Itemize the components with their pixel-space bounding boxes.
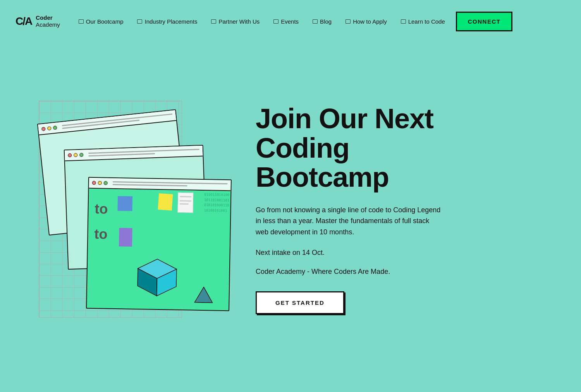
- hero-content: Join Our Next Coding Bootcamp Go from no…: [256, 104, 480, 314]
- hero-intake: Next intake on 14 Oct.: [256, 249, 480, 257]
- nav-item-our-bootcamp[interactable]: Our Bootcamp: [72, 15, 131, 28]
- nav-icon-events: [273, 19, 278, 24]
- nav-icon-learn: [401, 19, 406, 24]
- dot-green-1: [53, 126, 57, 130]
- hero-section: to to: [0, 43, 581, 383]
- logo-mark: C/A: [15, 16, 32, 27]
- dot-green-3: [104, 181, 108, 185]
- title-bar-lines-2: [88, 149, 199, 156]
- hero-title: Join Our Next Coding Bootcamp: [256, 104, 480, 192]
- title-bar-lines-3: [113, 181, 228, 187]
- dot-green-2: [79, 153, 83, 157]
- nav-icon-placements: [137, 19, 142, 24]
- binary-background-text: 0100110101001011010011010101010001101010…: [201, 191, 230, 309]
- dot-yellow-2: [74, 153, 77, 157]
- hero-tagline: Coder Academy - Where Coders Are Made.: [256, 268, 480, 276]
- shape-blue-rect: [117, 196, 132, 211]
- card3-content: to to: [87, 189, 230, 309]
- shape-purple-rect: [119, 228, 132, 247]
- nav-item-partner-with-us[interactable]: Partner With Us: [204, 15, 266, 28]
- navigation: C/A Coder Academy Our Bootcamp Industry …: [0, 0, 581, 43]
- shape-yellow-note: [158, 193, 173, 210]
- dot-red-3: [92, 181, 96, 185]
- nav-icon-blog: [313, 19, 318, 24]
- nav-item-learn-to-code[interactable]: Learn to Code: [394, 15, 452, 28]
- logo[interactable]: C/A Coder Academy: [15, 14, 60, 28]
- hero-illustration: to to: [31, 93, 232, 325]
- nav-icon-apply: [346, 19, 351, 24]
- dot-red-2: [68, 153, 72, 157]
- dot-yellow-3: [98, 181, 102, 185]
- connect-button[interactable]: CONNECT: [456, 12, 513, 31]
- logo-academy: Academy: [36, 21, 60, 28]
- window-card-front: to to: [86, 177, 232, 311]
- nav-item-events[interactable]: Events: [266, 15, 306, 28]
- nav-links: Our Bootcamp Industry Placements Partner…: [72, 12, 566, 31]
- logo-name: Coder: [36, 14, 60, 21]
- nav-icon-partner: [211, 19, 216, 24]
- nav-item-how-to-apply[interactable]: How to Apply: [339, 15, 394, 28]
- dot-red-1: [41, 127, 46, 131]
- shape-3d-box: [134, 257, 181, 296]
- nav-icon-bootcamp: [79, 19, 84, 24]
- nav-item-industry-placements[interactable]: Industry Placements: [130, 15, 204, 28]
- shape-paper: [177, 193, 193, 213]
- nav-item-blog[interactable]: Blog: [306, 15, 339, 28]
- dot-yellow-1: [47, 126, 52, 131]
- to-text: to to: [94, 196, 108, 247]
- hero-description: Go from not knowing a single line of cod…: [256, 205, 442, 238]
- get-started-button[interactable]: GET STARTED: [256, 291, 344, 314]
